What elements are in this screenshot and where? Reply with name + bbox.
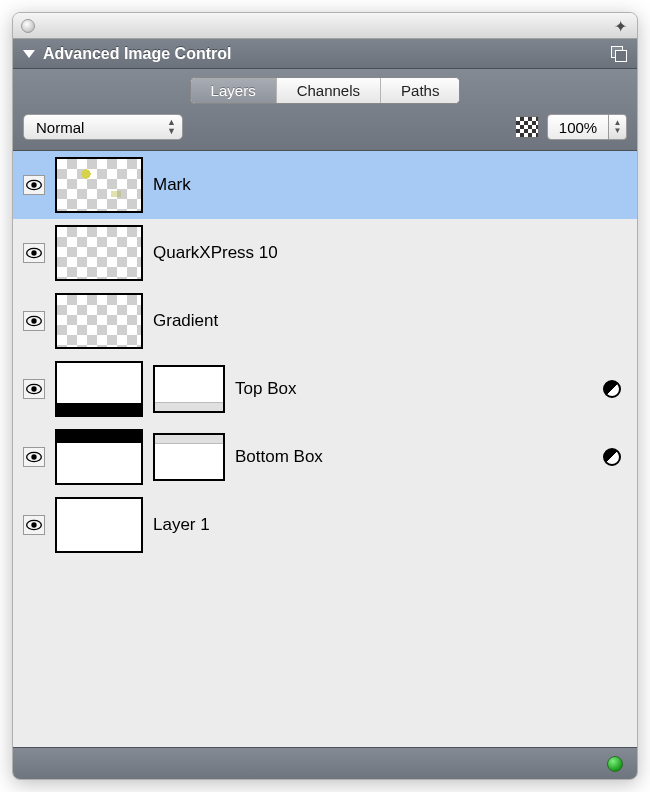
panel-subheader: Layers Channels Paths Normal ▲▼ 100% ▲▼: [13, 69, 637, 151]
collapse-triangle-icon[interactable]: [23, 50, 35, 58]
layer-row[interactable]: Mark: [13, 151, 637, 219]
visibility-toggle[interactable]: [23, 515, 45, 535]
visibility-toggle[interactable]: [23, 311, 45, 331]
layer-thumbnail[interactable]: [55, 361, 143, 417]
layer-row[interactable]: Top Box: [13, 355, 637, 423]
layer-thumbnail[interactable]: [55, 497, 143, 553]
eye-icon: [26, 451, 42, 463]
eye-icon: [26, 179, 42, 191]
svg-point-1: [31, 182, 36, 187]
layer-thumbnail[interactable]: [55, 429, 143, 485]
dock-icon[interactable]: [611, 46, 627, 62]
layer-name[interactable]: Top Box: [235, 379, 296, 399]
select-arrows-icon: ▲▼: [167, 118, 176, 136]
layer-name[interactable]: Mark: [153, 175, 191, 195]
eye-icon: [26, 519, 42, 531]
blend-mode-value: Normal: [36, 119, 84, 136]
panel-header[interactable]: Advanced Image Control: [13, 39, 637, 69]
mask-indicator-icon[interactable]: [603, 380, 621, 398]
eye-icon: [26, 247, 42, 259]
tab-bar: Layers Channels Paths: [190, 77, 461, 104]
visibility-toggle[interactable]: [23, 243, 45, 263]
tab-layers[interactable]: Layers: [191, 78, 277, 103]
status-indicator-icon[interactable]: [607, 756, 623, 772]
opacity-input[interactable]: 100%: [547, 114, 609, 140]
mask-indicator-icon[interactable]: [603, 448, 621, 466]
layer-name[interactable]: Bottom Box: [235, 447, 323, 467]
mask-thumbnail[interactable]: [153, 365, 225, 413]
opacity-stepper[interactable]: ▲▼: [609, 114, 627, 140]
panel-title: Advanced Image Control: [43, 45, 231, 63]
layer-row[interactable]: Bottom Box: [13, 423, 637, 491]
eye-icon: [26, 315, 42, 327]
visibility-toggle[interactable]: [23, 379, 45, 399]
svg-point-11: [31, 522, 36, 527]
layer-thumbnail[interactable]: [55, 225, 143, 281]
gear-icon[interactable]: ✦: [614, 17, 627, 36]
opacity-value: 100%: [559, 119, 597, 136]
window-titlebar[interactable]: ✦: [13, 13, 637, 39]
transparency-checker-icon[interactable]: [515, 116, 539, 138]
layer-name[interactable]: Layer 1: [153, 515, 210, 535]
layer-name[interactable]: Gradient: [153, 311, 218, 331]
mask-thumbnail[interactable]: [153, 433, 225, 481]
layer-thumbnail[interactable]: [55, 157, 143, 213]
svg-point-7: [31, 386, 36, 391]
tab-paths[interactable]: Paths: [381, 78, 459, 103]
svg-point-5: [31, 318, 36, 323]
close-button[interactable]: [21, 19, 35, 33]
svg-point-9: [31, 454, 36, 459]
tab-channels[interactable]: Channels: [277, 78, 381, 103]
layer-name[interactable]: QuarkXPress 10: [153, 243, 278, 263]
layer-row[interactable]: Layer 1: [13, 491, 637, 559]
opacity-control: 100% ▲▼: [547, 114, 627, 140]
layer-thumbnail[interactable]: [55, 293, 143, 349]
panel-footer: [13, 747, 637, 779]
eye-icon: [26, 383, 42, 395]
layer-row[interactable]: QuarkXPress 10: [13, 219, 637, 287]
layer-list: Mark QuarkXPress 10 Gradient Top Box: [13, 151, 637, 747]
advanced-image-control-panel: ✦ Advanced Image Control Layers Channels…: [12, 12, 638, 780]
blend-mode-select[interactable]: Normal ▲▼: [23, 114, 183, 140]
svg-point-3: [31, 250, 36, 255]
visibility-toggle[interactable]: [23, 447, 45, 467]
visibility-toggle[interactable]: [23, 175, 45, 195]
layer-row[interactable]: Gradient: [13, 287, 637, 355]
